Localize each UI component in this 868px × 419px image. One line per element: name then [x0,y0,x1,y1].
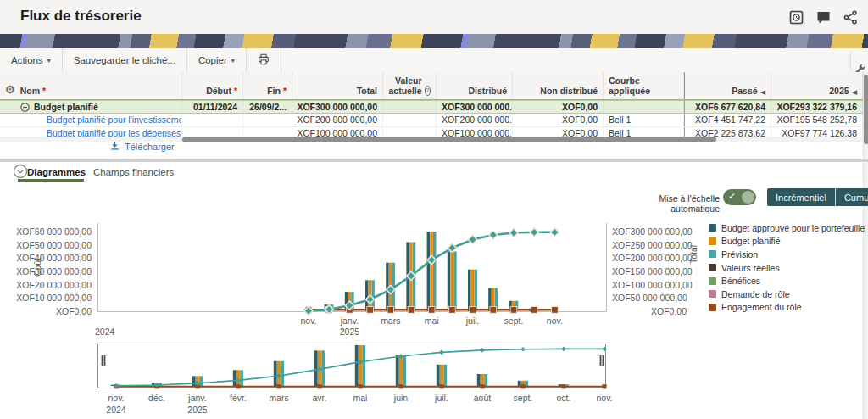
bar-Budget-approuvé-pour-le-portefeuille [468,270,471,311]
overview-x-tick: nov. [96,393,136,403]
bar-Prévision [433,232,437,311]
overview-year-label: 2024 [96,405,136,415]
cumulative-marker [510,230,517,237]
overview-marker [276,373,281,378]
y-axis-left-tick: XOF60 000 000,00 [7,226,92,237]
overview-bar [159,383,162,386]
overview-x-tick: avr. [299,393,340,403]
overview-bar [399,355,403,386]
download-link[interactable]: Télécharger [110,141,175,152]
help-icon[interactable]: ? [425,86,431,96]
collapse-column-icon[interactable]: ◀ [761,89,765,96]
legend-item[interactable]: Prévision [709,248,865,261]
collapse-column-icon[interactable]: ◀ [853,89,857,96]
overview-marker [480,348,485,353]
cumulative-marker-halo [467,234,477,244]
cumulative-marker [470,237,476,243]
overview-marker [358,360,363,365]
zero-series-marker [347,307,353,314]
bar-Budget-planifié [389,263,392,311]
y-axis-right-tick: XOF0,00 [612,306,687,316]
overview-bar [118,385,121,386]
zero-series-marker [387,307,394,314]
bar-Budget-planifié [492,288,495,311]
cell-fin: 26/09/2... [243,101,292,113]
overview-zero-marker [561,384,565,388]
legend-swatch [709,250,716,258]
autoscale-toggle[interactable]: ✓ [723,189,756,205]
title-icons [789,10,858,25]
incremental-button[interactable]: Incrémentiel [767,188,835,206]
cumulative-button[interactable]: Cumul [835,188,868,206]
y-axis-left-tick: XOF10 000 000,00 [7,293,92,303]
cumulative-marker [448,244,455,251]
download-icon [110,141,120,152]
cell-fin [243,114,292,126]
cumulative-marker-halo [549,227,559,237]
cumulative-marker-halo [447,243,457,253]
overview-box [98,344,606,388]
column-header-valeur[interactable]: Valeur actuelle? [383,72,437,99]
column-header-fin[interactable]: Fin* [243,72,292,99]
legend-item[interactable]: Demande de rôle [709,288,865,301]
zero-series-marker [490,307,497,314]
copy-button[interactable]: Copier ▾ [187,48,247,72]
grid-gear-icon[interactable]: ⚙ [5,83,15,96]
overview-zero-marker [602,384,606,388]
column-header-y2025[interactable]: 2025◀ [771,72,863,99]
overview-bar [403,355,406,386]
budget-row-link[interactable]: Budget planifié pour l'investissement [47,115,182,125]
overview-bar [562,384,565,386]
cell-distribue: XOF300 000 000... [437,101,513,113]
legend-label: Prévision [721,249,758,260]
legend-item[interactable]: Budget planifié [709,235,865,249]
legend-item[interactable]: Bénéfices [709,274,865,288]
legend-item[interactable]: Budget approuvé pour le portefeuille [709,221,865,235]
snapshot-icon[interactable] [789,10,804,25]
overview-zero-marker [276,384,281,388]
cumulative-marker [490,232,497,238]
overview-bar [396,355,399,386]
horizontal-scrollbar-thumb[interactable] [182,137,716,142]
print-button[interactable] [247,48,281,72]
y-axis-right-tick: XOF250 000 000,00 [612,240,687,250]
column-header-debut[interactable]: Début* [182,72,243,99]
actions-button[interactable]: Actions ▾ [0,48,63,72]
tab-champs-financiers[interactable]: Champs financiers [93,167,174,177]
legend-label: Engagement du rôle [721,302,802,312]
legend-item[interactable]: Valeurs réelles [709,261,865,275]
bar-Budget-planifié [471,270,475,311]
column-header-nom[interactable]: ⚙Nom* [0,72,182,99]
bar-Budget-approuvé-pour-le-portefeuille [325,304,328,311]
overview-bar [192,376,196,386]
legend-item[interactable]: Engagement du rôle [709,301,865,315]
cell-non_distribue: XOF0,00 [513,101,604,113]
cumulative-marker [346,302,353,309]
comment-icon[interactable] [816,10,831,25]
copy-button-label: Copier [198,55,227,65]
overview-bar [199,376,203,386]
legend-label: Budget approuvé pour le portefeuille [721,223,865,233]
save-snapshot-button[interactable]: Sauvegarder le cliché... [63,48,187,72]
column-header-non_distribue[interactable]: Non distribué [513,72,604,99]
cumulative-marker-halo [344,300,354,310]
table-row[interactable]: Budget planifié01/11/202426/09/2...XOF30… [0,100,863,114]
table-row[interactable]: Budget planifié pour l'investissementXOF… [0,114,863,126]
vertical-scrollbar-thumb[interactable] [864,75,868,144]
bar-Budget-approuvé-pour-le-portefeuille [386,263,389,311]
column-header-distribue[interactable]: Distribué [437,72,513,99]
overview-bar [236,370,240,386]
expander-minus-icon[interactable] [20,103,30,112]
column-header-label: Courbe appliquée [609,75,678,96]
cell-distribue: XOF200 000 000... [437,114,513,126]
column-header-label: Passé [732,86,757,96]
column-header-courbe[interactable]: Courbe appliquée [604,72,684,99]
column-header-total[interactable]: Total [292,72,383,99]
share-icon[interactable] [843,10,858,25]
legend-label: Demande de rôle [721,289,790,299]
collapse-section-icon[interactable] [13,164,28,179]
column-header-passe[interactable]: Passé◀ [684,72,771,99]
zero-series-marker [449,307,456,314]
tab-diagrammes[interactable]: Diagrammes [27,167,86,177]
cell-total: XOF200 000 000,00 [292,114,383,126]
